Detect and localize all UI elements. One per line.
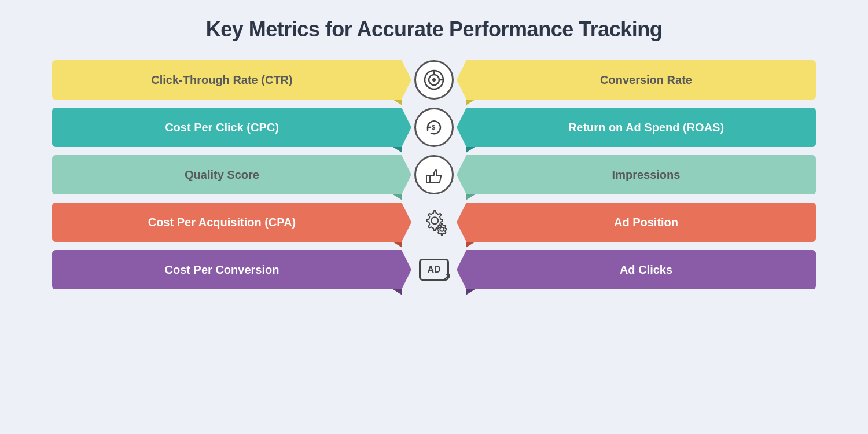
metrics-grid: Click-Through Rate (CTR) Conversion Rate… bbox=[52, 60, 816, 289]
curl-decoration-r bbox=[466, 289, 475, 295]
banner-cpa-label: Cost Per Acquisition (CPA) bbox=[148, 216, 296, 229]
banner-roas: Return on Ad Spend (ROAS) bbox=[466, 108, 816, 147]
banner-quality-score: Quality Score bbox=[52, 155, 402, 194]
curl-decoration bbox=[393, 194, 402, 200]
banner-ad-clicks: Ad Clicks bbox=[466, 250, 816, 289]
curl-decoration bbox=[393, 242, 402, 248]
gears-icon bbox=[414, 203, 454, 242]
ad-box: AD ↗ bbox=[419, 259, 449, 281]
banner-impressions-label: Impressions bbox=[612, 168, 681, 182]
svg-point-7 bbox=[431, 217, 438, 224]
banner-ctr: Click-Through Rate (CTR) bbox=[52, 60, 402, 100]
banner-roas-label: Return on Ad Spend (ROAS) bbox=[568, 121, 724, 134]
ad-click-icon: AD ↗ bbox=[414, 250, 454, 289]
curl-decoration-r bbox=[466, 147, 475, 153]
banner-cost-per-conversion: Cost Per Conversion bbox=[52, 250, 402, 289]
banner-conversion-rate-label: Conversion Rate bbox=[600, 73, 692, 87]
banner-conversion-rate: Conversion Rate bbox=[466, 60, 816, 100]
svg-text:$: $ bbox=[432, 124, 435, 131]
banner-impressions: Impressions bbox=[466, 155, 816, 194]
banner-cost-per-conversion-label: Cost Per Conversion bbox=[165, 263, 279, 277]
banner-cpc: Cost Per Click (CPC) bbox=[52, 108, 402, 147]
target-icon bbox=[414, 60, 454, 100]
banner-quality-score-label: Quality Score bbox=[185, 168, 259, 182]
page-title: Key Metrics for Accurate Performance Tra… bbox=[206, 17, 662, 42]
svg-rect-6 bbox=[426, 175, 430, 183]
curl-decoration bbox=[393, 100, 402, 105]
banner-ad-position-label: Ad Position bbox=[614, 216, 678, 229]
banner-ctr-label: Click-Through Rate (CTR) bbox=[151, 73, 292, 87]
thumbs-up-icon bbox=[414, 155, 454, 194]
curl-decoration-r bbox=[466, 194, 475, 200]
banner-ad-position: Ad Position bbox=[466, 203, 816, 242]
curl-decoration bbox=[393, 289, 402, 295]
banner-cpa: Cost Per Acquisition (CPA) bbox=[52, 203, 402, 242]
curl-decoration bbox=[393, 147, 402, 153]
svg-point-2 bbox=[432, 78, 436, 82]
refresh-money-icon: $ bbox=[414, 108, 454, 147]
curl-decoration-r bbox=[466, 242, 475, 248]
svg-point-8 bbox=[440, 227, 444, 231]
banner-cpc-label: Cost Per Click (CPC) bbox=[165, 121, 279, 134]
banner-ad-clicks-label: Ad Clicks bbox=[620, 263, 672, 277]
curl-decoration-r bbox=[466, 100, 475, 105]
